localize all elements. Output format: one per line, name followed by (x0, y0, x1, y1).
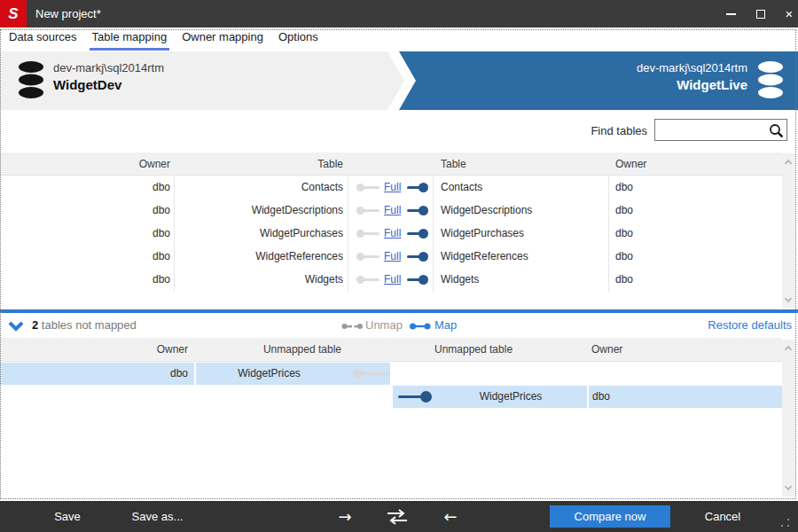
minimize-button[interactable] (716, 0, 745, 27)
mapping-mode-link[interactable]: Full (384, 199, 401, 222)
table-cell: Widgets (168, 268, 343, 291)
cell-divider (587, 386, 589, 408)
owner-cell: dbo (0, 363, 188, 385)
source-database-name: WidgetDev (53, 77, 164, 92)
owner-cell: dbo (0, 176, 170, 199)
owner-cell: dbo (615, 268, 704, 291)
owner-cell: dbo (592, 386, 681, 408)
source-database-panel: dev-markj\sql2014rtm WidgetDev (0, 51, 408, 110)
table-cell: WidgetPurchases (168, 222, 343, 245)
unmap-button[interactable]: Unmap (365, 313, 403, 338)
map-right-arrow-button[interactable]: → (332, 501, 357, 532)
app-logo-icon: S (0, 0, 27, 27)
map-toggle[interactable] (407, 183, 428, 192)
save-button[interactable]: Save (41, 501, 94, 532)
bottom-toolbar: Save Save as... → ← Compare now Cancel (0, 501, 798, 532)
swap-mappings-button[interactable] (383, 501, 411, 532)
link-icon (410, 322, 431, 331)
source-server-name: dev-markj\sql2014rtm (53, 61, 164, 74)
tab-bar: Data sources Table mapping Owner mapping… (0, 27, 798, 51)
unmapped-count-text: tables not mapped (38, 318, 137, 332)
owner-cell: dbo (0, 199, 170, 222)
save-as-button[interactable]: Save as... (124, 501, 191, 532)
find-tables-label: Find tables (559, 124, 647, 137)
restore-defaults-link[interactable]: Restore defaults (708, 313, 792, 338)
cell-divider (194, 363, 196, 385)
column-header-owner-left: Owner (0, 153, 170, 176)
unmap-toggle[interactable] (356, 253, 379, 261)
unmap-toggle[interactable] (356, 276, 379, 284)
table-cell: WidgetDescriptions (441, 199, 591, 222)
owner-cell: dbo (615, 176, 704, 199)
mapped-grid-scrollbar[interactable] (782, 153, 795, 309)
target-server-name: dev-markj\sql2014rtm (637, 61, 747, 74)
unlink-icon (341, 322, 363, 331)
map-toggle[interactable] (407, 229, 428, 239)
tab-table-mapping[interactable]: Table mapping (90, 27, 170, 51)
unmapped-row-target[interactable]: WidgetPrices dbo (393, 386, 782, 408)
drag-map-toggle[interactable] (398, 391, 432, 403)
unmapped-grid-scrollbar[interactable] (782, 340, 795, 497)
table-cell: WidgetReferences (441, 245, 591, 268)
table-cell: WidgetDescriptions (168, 199, 343, 222)
table-row[interactable]: dbo WidgetPurchases Full WidgetPurchases… (0, 222, 782, 245)
table-row[interactable]: dbo Contacts Full Contacts dbo (0, 176, 782, 199)
drag-map-toggle[interactable] (353, 369, 389, 379)
column-header-owner-right: Owner (615, 153, 722, 176)
owner-cell: dbo (0, 268, 170, 291)
table-row[interactable]: dbo WidgetDescriptions Full WidgetDescri… (0, 199, 782, 222)
cancel-button[interactable]: Cancel (692, 501, 754, 532)
tab-options[interactable]: Options (276, 27, 321, 51)
window-title: New project* (35, 0, 101, 27)
column-header-unmapped-left: Unmapped table (195, 338, 341, 362)
maximize-button[interactable] (747, 0, 775, 27)
mapping-mode-link[interactable]: Full (384, 245, 401, 268)
unmapped-count-label: 2 tables not mapped (32, 313, 137, 338)
find-tables-input[interactable] (657, 121, 768, 139)
column-header-unmapped-right: Unmapped table (434, 338, 576, 362)
maximize-icon (756, 10, 765, 19)
column-header-owner-left: Owner (0, 338, 188, 362)
table-row[interactable]: dbo Widgets Full Widgets dbo (0, 268, 782, 291)
tab-data-sources[interactable]: Data sources (6, 27, 80, 51)
owner-cell: dbo (615, 199, 704, 222)
column-header-table-right: Table (441, 153, 583, 176)
table-cell: WidgetPrices (197, 363, 341, 385)
table-cell: WidgetPrices (434, 386, 587, 408)
database-icon (757, 61, 784, 98)
mapped-grid-header: Owner Table Table Owner (0, 153, 782, 176)
collapse-chevron-icon[interactable] (8, 321, 24, 332)
unmap-toggle[interactable] (356, 207, 379, 215)
close-icon: × (786, 7, 794, 20)
mapping-mode-link[interactable]: Full (384, 268, 401, 291)
table-cell: Contacts (441, 176, 591, 199)
unmap-toggle[interactable] (356, 184, 379, 192)
table-cell: Widgets (441, 268, 591, 291)
unmapped-row-source[interactable]: dbo WidgetPrices (0, 363, 390, 385)
map-toggle[interactable] (407, 206, 428, 215)
table-cell: WidgetPurchases (441, 222, 591, 245)
map-toggle[interactable] (407, 275, 428, 285)
unmapped-section-bar: 2 tables not mapped Unmap Map Restore de… (0, 313, 798, 338)
column-header-table-left: Table (168, 153, 343, 176)
scroll-up-icon[interactable] (785, 346, 792, 353)
close-button[interactable]: × (775, 0, 798, 27)
minimize-icon (726, 13, 736, 15)
column-header-owner-right: Owner (591, 338, 698, 362)
mapping-mode-link[interactable]: Full (384, 176, 401, 199)
scroll-up-icon[interactable] (785, 160, 792, 167)
unmap-toggle[interactable] (356, 230, 379, 238)
mapping-mode-link[interactable]: Full (384, 222, 401, 245)
map-toggle[interactable] (407, 252, 428, 262)
map-left-arrow-button[interactable]: ← (438, 501, 463, 532)
table-row[interactable]: dbo WidgetReferences Full WidgetReferenc… (0, 245, 782, 268)
owner-cell: dbo (615, 245, 704, 268)
scroll-down-icon[interactable] (785, 483, 792, 490)
owner-cell: dbo (0, 245, 170, 268)
map-button[interactable]: Map (434, 313, 457, 338)
compare-now-button[interactable]: Compare now (550, 505, 670, 528)
search-icon[interactable] (769, 123, 784, 138)
tab-owner-mapping[interactable]: Owner mapping (179, 27, 266, 51)
resize-grip[interactable] (781, 519, 789, 527)
scroll-down-icon[interactable] (785, 295, 792, 302)
